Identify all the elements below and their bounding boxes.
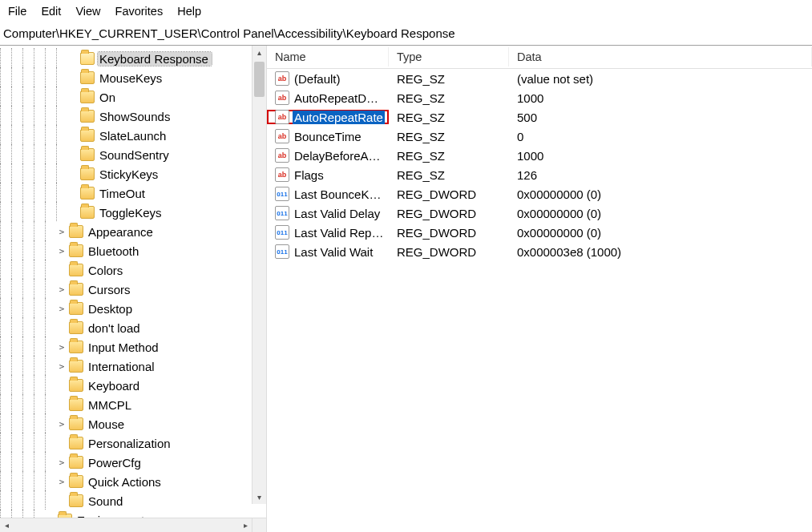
value-name-text: BounceTime (293, 130, 363, 143)
value-name-cell[interactable]: 011Last Valid Delay (267, 206, 389, 220)
tree-item-don-t-load[interactable]: don't load (0, 318, 266, 337)
tree-item-stickykeys[interactable]: StickyKeys (0, 164, 266, 183)
value-row[interactable]: ab(Default)REG_SZ(value not set) (267, 69, 812, 88)
tree-item-international[interactable]: >International (0, 357, 266, 376)
scroll-up-arrow-icon[interactable]: ▴ (252, 46, 266, 59)
tree-item-slatelaunch[interactable]: SlateLaunch (0, 126, 266, 145)
tree-item-label: SlateLaunch (98, 129, 169, 143)
tree-item-powercfg[interactable]: >PowerCfg (0, 453, 266, 472)
value-name-cell[interactable]: 011Last BounceKey ... (267, 187, 389, 201)
value-name-cell[interactable]: abFlags (267, 167, 389, 182)
tree-item-keyboard[interactable]: Keyboard (0, 376, 266, 395)
string-value-icon: ab (275, 148, 289, 163)
folder-icon (69, 244, 83, 257)
scroll-thumb[interactable] (254, 62, 265, 97)
value-data-cell: 0x00000000 (0) (509, 187, 812, 201)
folder-icon (80, 129, 95, 142)
value-row[interactable]: 011Last Valid WaitREG_DWORD0x000003e8 (1… (267, 242, 812, 261)
expand-chevron-icon[interactable]: > (56, 477, 67, 487)
tree-item-sound[interactable]: Sound (0, 491, 266, 510)
value-name-cell[interactable]: 011Last Valid Repeat (267, 225, 389, 240)
dword-value-icon: 011 (275, 225, 289, 240)
menu-item-edit[interactable]: Edit (41, 5, 61, 18)
value-row[interactable]: 011Last Valid RepeatREG_DWORD0x00000000 … (267, 223, 812, 242)
tree-item-environment[interactable]: Environment (0, 510, 266, 518)
tree-item-desktop[interactable]: >Desktop (0, 299, 266, 318)
scroll-down-arrow-icon[interactable]: ▾ (252, 490, 266, 504)
folder-icon (69, 398, 83, 411)
expand-chevron-icon[interactable]: > (56, 361, 67, 372)
tree-item-timeout[interactable]: TimeOut (0, 183, 266, 203)
expand-chevron-icon[interactable]: > (56, 457, 67, 468)
scroll-right-arrow-icon[interactable]: ▸ (239, 521, 252, 530)
value-name-cell[interactable]: abBounceTime (267, 129, 389, 143)
tree-item-mouse[interactable]: >Mouse (0, 414, 266, 433)
tree-item-appearance[interactable]: >Appearance (0, 222, 266, 241)
scroll-left-arrow-icon[interactable]: ◂ (0, 521, 14, 530)
value-name-cell[interactable]: abAutoRepeatRate (267, 110, 389, 124)
value-name-text: Last BounceKey ... (293, 187, 386, 201)
value-type-cell: REG_SZ (389, 91, 509, 105)
value-type-cell: REG_DWORD (389, 245, 509, 259)
values-list[interactable]: ab(Default)REG_SZ(value not set)abAutoRe… (267, 69, 812, 261)
value-row[interactable]: abAutoRepeatRateREG_SZ500 (267, 107, 812, 127)
tree-item-personalization[interactable]: Personalization (0, 433, 266, 453)
tree-item-mousekeys[interactable]: MouseKeys (0, 68, 266, 87)
folder-icon (69, 321, 83, 334)
column-data-header[interactable]: Data (509, 47, 812, 66)
column-name-header[interactable]: Name (267, 47, 389, 66)
tree-item-bluetooth[interactable]: >Bluetooth (0, 241, 266, 260)
tree-pane: Keyboard ResponseMouseKeysOnShowSoundsSl… (0, 46, 267, 532)
tree-item-soundsentry[interactable]: SoundSentry (0, 145, 266, 164)
expand-chevron-icon[interactable]: > (56, 304, 67, 314)
value-name-cell[interactable]: abDelayBeforeAcc... (267, 148, 389, 163)
tree-vertical-scrollbar[interactable]: ▴ ▾ (252, 46, 266, 504)
value-row[interactable]: 011Last BounceKey ...REG_DWORD0x00000000… (267, 184, 812, 204)
menu-item-view[interactable]: View (75, 5, 100, 18)
tree-item-colors[interactable]: Colors (0, 260, 266, 280)
value-row[interactable]: abFlagsREG_SZ126 (267, 165, 812, 184)
value-type-cell: REG_DWORD (389, 207, 509, 220)
folder-icon (69, 264, 83, 276)
value-type-cell: REG_DWORD (389, 226, 509, 240)
value-type-cell: REG_SZ (389, 149, 509, 163)
expand-chevron-icon[interactable]: > (56, 284, 67, 295)
tree-item-mmcpl[interactable]: MMCPL (0, 395, 266, 414)
folder-icon (69, 302, 83, 315)
value-row[interactable]: 011Last Valid DelayREG_DWORD0x00000000 (… (267, 204, 812, 223)
menu-item-file[interactable]: File (8, 5, 26, 18)
tree-item-label: Appearance (87, 225, 156, 239)
registry-tree[interactable]: Keyboard ResponseMouseKeysOnShowSoundsSl… (0, 46, 266, 518)
value-name-cell[interactable]: ab(Default) (267, 71, 389, 86)
menu-item-help[interactable]: Help (177, 5, 201, 18)
value-row[interactable]: abAutoRepeatDelayREG_SZ1000 (267, 88, 812, 107)
value-data-cell: 0x00000000 (0) (509, 226, 812, 240)
column-type-header[interactable]: Type (389, 47, 509, 66)
folder-icon (80, 91, 95, 103)
value-name-text: Last Valid Delay (293, 207, 382, 220)
menu-item-favorites[interactable]: Favorites (115, 5, 164, 18)
values-pane: Name Type Data ab(Default)REG_SZ(value n… (267, 46, 812, 532)
value-data-cell: 1000 (509, 91, 812, 105)
expand-chevron-icon[interactable]: > (56, 342, 67, 353)
tree-item-keyboard-response[interactable]: Keyboard Response (0, 49, 266, 68)
string-value-icon: ab (275, 110, 289, 124)
value-row[interactable]: abBounceTimeREG_SZ0 (267, 127, 812, 146)
tree-item-input-method[interactable]: >Input Method (0, 337, 266, 357)
value-name-cell[interactable]: abAutoRepeatDelay (267, 91, 389, 105)
value-name-cell[interactable]: 011Last Valid Wait (267, 244, 389, 259)
tree-item-cursors[interactable]: >Cursors (0, 280, 266, 299)
address-path: Computer\HKEY_CURRENT_USER\Control Panel… (3, 26, 455, 40)
tree-item-quick-actions[interactable]: >Quick Actions (0, 472, 266, 491)
tree-item-togglekeys[interactable]: ToggleKeys (0, 203, 266, 222)
tree-item-on[interactable]: On (0, 87, 266, 107)
value-type-cell: REG_SZ (389, 130, 509, 143)
tree-horizontal-scrollbar[interactable]: ◂ ▸ (0, 518, 252, 532)
expand-chevron-icon[interactable]: > (56, 419, 67, 429)
expand-chevron-icon[interactable]: > (56, 246, 67, 256)
folder-icon (58, 514, 72, 518)
address-bar[interactable]: Computer\HKEY_CURRENT_USER\Control Panel… (0, 23, 812, 46)
expand-chevron-icon[interactable]: > (56, 227, 67, 237)
value-row[interactable]: abDelayBeforeAcc...REG_SZ1000 (267, 146, 812, 165)
tree-item-showsounds[interactable]: ShowSounds (0, 107, 266, 126)
